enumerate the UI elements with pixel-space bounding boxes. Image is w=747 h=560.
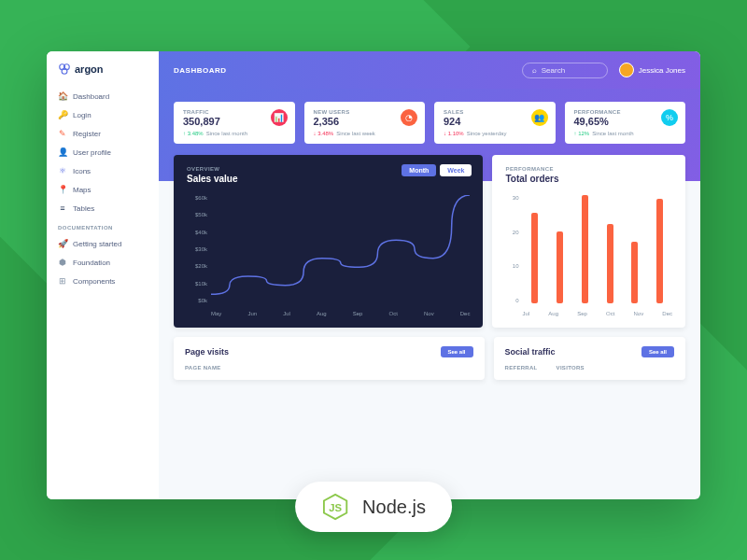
docs-header: DOCUMENTATION: [47, 217, 159, 234]
nav-icon: 📍: [58, 185, 67, 194]
nav-icon: 👤: [58, 147, 67, 157]
user-menu[interactable]: Jessica Jones: [619, 63, 685, 77]
nav-label: Tables: [73, 204, 94, 213]
stat-performance: PERFORMANCE 49,65% ↑ 12%Since last month…: [565, 102, 686, 144]
x-tick: Nov: [424, 311, 434, 316]
stat-icon: ◔: [401, 109, 417, 126]
nav-label: Icons: [73, 167, 91, 175]
x-tick: Oct: [389, 311, 398, 316]
nav-label: Login: [73, 111, 92, 119]
search-input[interactable]: [542, 66, 598, 75]
stat-icon: 👥: [531, 109, 548, 126]
dashboard-window: argon 🏠Dashboard🔑Login✎Register👤User pro…: [47, 51, 700, 499]
sidebar-item-components[interactable]: ⊞Components: [47, 272, 159, 290]
x-tick: Jun: [247, 311, 257, 316]
stat-new-users: NEW USERS 2,356 ↓ 3.48%Since last week ◔: [304, 102, 426, 144]
nodejs-icon: JS: [321, 493, 349, 521]
y-tick: $60k: [187, 195, 207, 201]
sidebar-item-icons[interactable]: ⚛Icons: [47, 161, 159, 180]
stat-label: SALES: [444, 109, 546, 115]
sidebar-item-register[interactable]: ✎Register: [47, 124, 159, 143]
stat-traffic: TRAFFIC 350,897 ↑ 3.48%Since last month …: [174, 102, 295, 144]
nav-label: User profile: [73, 148, 111, 157]
topbar: DASHBOARD ⌕ Jessica Jones: [159, 51, 700, 89]
social-traffic-card: Social traffic See all REFERRAL VISITORS: [494, 337, 685, 380]
brand[interactable]: argon: [47, 63, 159, 87]
bar: [582, 195, 588, 303]
sidebar-item-user-profile[interactable]: 👤User profile: [47, 143, 159, 161]
col-visitors: VISITORS: [557, 365, 585, 371]
total-orders-card: PERFORMANCE Total orders 3020100 JulAugS…: [492, 155, 685, 328]
x-tick: Aug: [317, 311, 327, 316]
sidebar-item-maps[interactable]: 📍Maps: [47, 180, 159, 199]
bar: [607, 224, 613, 303]
nav-icon: 🚀: [58, 239, 67, 248]
y-tick: 10: [505, 263, 518, 269]
nav-label: Maps: [73, 186, 92, 194]
x-tick: Nov: [634, 311, 644, 316]
tab-month[interactable]: Month: [402, 164, 436, 176]
badge-label: Node.js: [362, 497, 426, 518]
x-tick: Jul: [522, 311, 529, 316]
y-tick: $20k: [187, 263, 207, 269]
orders-overline: PERFORMANCE: [505, 166, 672, 172]
y-tick: 0: [505, 298, 518, 303]
nav-icon: ⊞: [58, 276, 67, 286]
svg-text:JS: JS: [329, 502, 342, 513]
sidebar-item-login[interactable]: 🔑Login: [47, 105, 159, 124]
stat-change: ↑ 12%Since last month: [574, 131, 677, 136]
nav-label: Components: [73, 277, 115, 286]
nav-icon: ✎: [58, 129, 67, 138]
x-tick: Sep: [577, 311, 587, 316]
y-tick: $30k: [187, 246, 207, 252]
nav-icon: 🏠: [58, 91, 67, 101]
x-tick: Aug: [548, 311, 558, 316]
main: DASHBOARD ⌕ Jessica Jones TRAFFIC 350,89…: [159, 51, 700, 499]
sidebar-item-foundation[interactable]: ⬢Foundation: [47, 253, 159, 272]
stat-change: ↑ 3.48%Since last month: [183, 131, 286, 136]
x-tick: Jul: [283, 311, 290, 316]
stat-change: ↓ 1.10%Since yesterday: [444, 131, 546, 136]
y-tick: $0k: [187, 298, 207, 303]
page-title: DASHBOARD: [174, 66, 227, 75]
search-icon: ⌕: [532, 66, 537, 75]
x-tick: Oct: [606, 311, 614, 316]
sidebar-item-dashboard[interactable]: 🏠Dashboard: [47, 87, 159, 105]
tab-week[interactable]: Week: [440, 164, 472, 176]
x-tick: Dec: [662, 311, 672, 316]
nav-icon: ⬢: [58, 258, 67, 267]
nav-label: Foundation: [73, 259, 110, 267]
bar: [557, 231, 563, 303]
nav-label: Dashboard: [73, 92, 109, 101]
x-tick: Sep: [353, 311, 363, 316]
col-page-name: PAGE NAME: [185, 365, 221, 371]
x-tick: May: [211, 311, 221, 316]
search-box[interactable]: ⌕: [522, 63, 608, 78]
sidebar-item-tables[interactable]: ≡Tables: [47, 199, 159, 217]
y-tick: $40k: [187, 230, 207, 235]
stat-sales: SALES 924 ↓ 1.10%Since yesterday 👥: [434, 102, 556, 144]
nav-icon: ≡: [58, 203, 67, 213]
svg-point-2: [62, 68, 67, 74]
nav-label: Getting started: [73, 240, 121, 248]
social-traffic-see-all[interactable]: See all: [641, 346, 674, 357]
y-tick: $10k: [187, 281, 207, 287]
page-visits-card: Page visits See all PAGE NAME: [174, 337, 485, 380]
y-tick: 20: [505, 230, 518, 235]
orders-title: Total orders: [505, 174, 672, 184]
sidebar: argon 🏠Dashboard🔑Login✎Register👤User pro…: [47, 51, 159, 499]
avatar: [619, 63, 634, 77]
bar: [631, 242, 638, 303]
bar: [531, 213, 538, 303]
brand-text: argon: [75, 63, 104, 75]
col-referral: REFERRAL: [505, 365, 538, 371]
user-name: Jessica Jones: [639, 66, 685, 75]
sidebar-item-getting-started[interactable]: 🚀Getting started: [47, 234, 159, 253]
bar: [656, 199, 663, 303]
argon-logo-icon: [58, 63, 71, 76]
page-visits-see-all[interactable]: See all: [441, 346, 473, 357]
stat-label: TRAFFIC: [183, 109, 286, 115]
nav-icon: 🔑: [58, 110, 67, 119]
y-tick: $50k: [187, 212, 207, 217]
tech-badge: JS Node.js: [295, 482, 452, 532]
